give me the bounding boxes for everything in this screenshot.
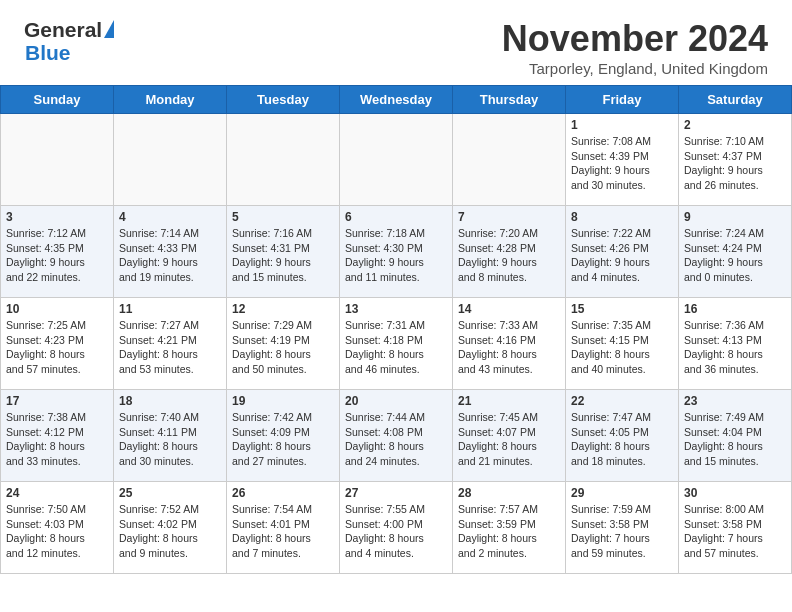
calendar-week-row: 17Sunrise: 7:38 AM Sunset: 4:12 PM Dayli… (1, 390, 792, 482)
calendar-cell (114, 114, 227, 206)
calendar-cell: 1Sunrise: 7:08 AM Sunset: 4:39 PM Daylig… (566, 114, 679, 206)
day-number: 18 (119, 394, 221, 408)
day-number: 14 (458, 302, 560, 316)
calendar-cell: 13Sunrise: 7:31 AM Sunset: 4:18 PM Dayli… (340, 298, 453, 390)
day-info: Sunrise: 7:16 AM Sunset: 4:31 PM Dayligh… (232, 226, 334, 285)
day-number: 26 (232, 486, 334, 500)
day-number: 3 (6, 210, 108, 224)
calendar-cell: 16Sunrise: 7:36 AM Sunset: 4:13 PM Dayli… (679, 298, 792, 390)
day-info: Sunrise: 7:22 AM Sunset: 4:26 PM Dayligh… (571, 226, 673, 285)
calendar-cell (453, 114, 566, 206)
day-info: Sunrise: 7:42 AM Sunset: 4:09 PM Dayligh… (232, 410, 334, 469)
calendar-header-row: SundayMondayTuesdayWednesdayThursdayFrid… (1, 86, 792, 114)
calendar-cell: 4Sunrise: 7:14 AM Sunset: 4:33 PM Daylig… (114, 206, 227, 298)
weekday-header-saturday: Saturday (679, 86, 792, 114)
day-number: 12 (232, 302, 334, 316)
day-number: 4 (119, 210, 221, 224)
day-info: Sunrise: 7:27 AM Sunset: 4:21 PM Dayligh… (119, 318, 221, 377)
calendar-week-row: 1Sunrise: 7:08 AM Sunset: 4:39 PM Daylig… (1, 114, 792, 206)
day-info: Sunrise: 7:38 AM Sunset: 4:12 PM Dayligh… (6, 410, 108, 469)
weekday-header-sunday: Sunday (1, 86, 114, 114)
day-number: 7 (458, 210, 560, 224)
weekday-header-wednesday: Wednesday (340, 86, 453, 114)
day-info: Sunrise: 7:33 AM Sunset: 4:16 PM Dayligh… (458, 318, 560, 377)
day-number: 23 (684, 394, 786, 408)
day-info: Sunrise: 7:08 AM Sunset: 4:39 PM Dayligh… (571, 134, 673, 193)
calendar-cell: 10Sunrise: 7:25 AM Sunset: 4:23 PM Dayli… (1, 298, 114, 390)
day-info: Sunrise: 7:49 AM Sunset: 4:04 PM Dayligh… (684, 410, 786, 469)
day-number: 16 (684, 302, 786, 316)
day-number: 24 (6, 486, 108, 500)
day-info: Sunrise: 8:00 AM Sunset: 3:58 PM Dayligh… (684, 502, 786, 561)
day-number: 28 (458, 486, 560, 500)
calendar-week-row: 10Sunrise: 7:25 AM Sunset: 4:23 PM Dayli… (1, 298, 792, 390)
logo-text-blue: Blue (25, 41, 114, 64)
day-info: Sunrise: 7:25 AM Sunset: 4:23 PM Dayligh… (6, 318, 108, 377)
calendar-table: SundayMondayTuesdayWednesdayThursdayFrid… (0, 85, 792, 574)
day-info: Sunrise: 7:40 AM Sunset: 4:11 PM Dayligh… (119, 410, 221, 469)
day-info: Sunrise: 7:35 AM Sunset: 4:15 PM Dayligh… (571, 318, 673, 377)
day-info: Sunrise: 7:18 AM Sunset: 4:30 PM Dayligh… (345, 226, 447, 285)
calendar-cell: 20Sunrise: 7:44 AM Sunset: 4:08 PM Dayli… (340, 390, 453, 482)
day-number: 20 (345, 394, 447, 408)
calendar-cell: 23Sunrise: 7:49 AM Sunset: 4:04 PM Dayli… (679, 390, 792, 482)
calendar-cell: 12Sunrise: 7:29 AM Sunset: 4:19 PM Dayli… (227, 298, 340, 390)
logo: General Blue (24, 18, 114, 64)
calendar-week-row: 24Sunrise: 7:50 AM Sunset: 4:03 PM Dayli… (1, 482, 792, 574)
day-number: 8 (571, 210, 673, 224)
calendar-cell: 25Sunrise: 7:52 AM Sunset: 4:02 PM Dayli… (114, 482, 227, 574)
day-info: Sunrise: 7:45 AM Sunset: 4:07 PM Dayligh… (458, 410, 560, 469)
day-info: Sunrise: 7:57 AM Sunset: 3:59 PM Dayligh… (458, 502, 560, 561)
page-header: General Blue November 2024 Tarporley, En… (0, 0, 792, 85)
calendar-cell: 21Sunrise: 7:45 AM Sunset: 4:07 PM Dayli… (453, 390, 566, 482)
month-title: November 2024 (502, 18, 768, 60)
day-number: 1 (571, 118, 673, 132)
weekday-header-tuesday: Tuesday (227, 86, 340, 114)
day-info: Sunrise: 7:24 AM Sunset: 4:24 PM Dayligh… (684, 226, 786, 285)
logo-triangle-icon (104, 20, 114, 38)
day-info: Sunrise: 7:14 AM Sunset: 4:33 PM Dayligh… (119, 226, 221, 285)
calendar-cell: 29Sunrise: 7:59 AM Sunset: 3:58 PM Dayli… (566, 482, 679, 574)
logo-text-general: General (24, 18, 102, 41)
calendar-cell: 14Sunrise: 7:33 AM Sunset: 4:16 PM Dayli… (453, 298, 566, 390)
calendar-cell: 27Sunrise: 7:55 AM Sunset: 4:00 PM Dayli… (340, 482, 453, 574)
title-block: November 2024 Tarporley, England, United… (502, 18, 768, 77)
weekday-header-friday: Friday (566, 86, 679, 114)
calendar-cell: 22Sunrise: 7:47 AM Sunset: 4:05 PM Dayli… (566, 390, 679, 482)
day-info: Sunrise: 7:55 AM Sunset: 4:00 PM Dayligh… (345, 502, 447, 561)
day-number: 5 (232, 210, 334, 224)
day-number: 9 (684, 210, 786, 224)
day-number: 17 (6, 394, 108, 408)
day-number: 30 (684, 486, 786, 500)
day-number: 13 (345, 302, 447, 316)
calendar-cell: 2Sunrise: 7:10 AM Sunset: 4:37 PM Daylig… (679, 114, 792, 206)
calendar-cell: 6Sunrise: 7:18 AM Sunset: 4:30 PM Daylig… (340, 206, 453, 298)
weekday-header-thursday: Thursday (453, 86, 566, 114)
day-number: 27 (345, 486, 447, 500)
calendar-cell (227, 114, 340, 206)
calendar-cell: 30Sunrise: 8:00 AM Sunset: 3:58 PM Dayli… (679, 482, 792, 574)
calendar-cell: 19Sunrise: 7:42 AM Sunset: 4:09 PM Dayli… (227, 390, 340, 482)
day-info: Sunrise: 7:47 AM Sunset: 4:05 PM Dayligh… (571, 410, 673, 469)
calendar-cell: 15Sunrise: 7:35 AM Sunset: 4:15 PM Dayli… (566, 298, 679, 390)
day-number: 10 (6, 302, 108, 316)
day-info: Sunrise: 7:44 AM Sunset: 4:08 PM Dayligh… (345, 410, 447, 469)
day-number: 11 (119, 302, 221, 316)
day-number: 6 (345, 210, 447, 224)
calendar-cell: 5Sunrise: 7:16 AM Sunset: 4:31 PM Daylig… (227, 206, 340, 298)
calendar-cell: 18Sunrise: 7:40 AM Sunset: 4:11 PM Dayli… (114, 390, 227, 482)
day-info: Sunrise: 7:36 AM Sunset: 4:13 PM Dayligh… (684, 318, 786, 377)
calendar-cell (340, 114, 453, 206)
calendar-cell (1, 114, 114, 206)
calendar-cell: 11Sunrise: 7:27 AM Sunset: 4:21 PM Dayli… (114, 298, 227, 390)
calendar-cell: 8Sunrise: 7:22 AM Sunset: 4:26 PM Daylig… (566, 206, 679, 298)
calendar-cell: 24Sunrise: 7:50 AM Sunset: 4:03 PM Dayli… (1, 482, 114, 574)
day-info: Sunrise: 7:52 AM Sunset: 4:02 PM Dayligh… (119, 502, 221, 561)
day-number: 19 (232, 394, 334, 408)
day-number: 2 (684, 118, 786, 132)
day-info: Sunrise: 7:29 AM Sunset: 4:19 PM Dayligh… (232, 318, 334, 377)
day-info: Sunrise: 7:31 AM Sunset: 4:18 PM Dayligh… (345, 318, 447, 377)
calendar-week-row: 3Sunrise: 7:12 AM Sunset: 4:35 PM Daylig… (1, 206, 792, 298)
calendar-cell: 9Sunrise: 7:24 AM Sunset: 4:24 PM Daylig… (679, 206, 792, 298)
day-number: 22 (571, 394, 673, 408)
